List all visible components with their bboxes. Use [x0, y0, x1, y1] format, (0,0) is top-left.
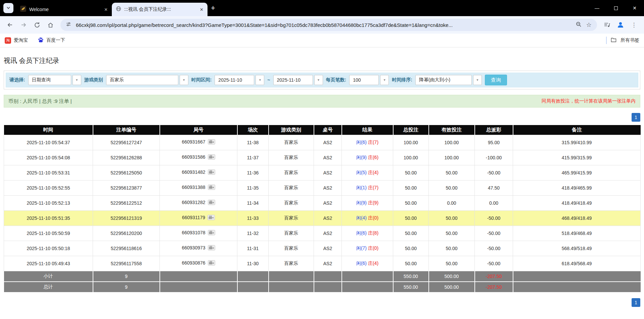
- cell-session: 11-31: [237, 241, 269, 256]
- cell-result: 闲(6) 庄(4): [342, 256, 393, 271]
- tab-betrecord[interactable]: :::视讯 会员下注纪录::: ✕: [112, 3, 208, 16]
- sort-select[interactable]: 降幂(由大到小) ▼: [415, 75, 482, 85]
- chevron-down-icon[interactable]: ▼: [380, 75, 389, 85]
- bookmark-taobao[interactable]: 淘 爱淘宝: [5, 37, 28, 44]
- all-bookmarks-button[interactable]: 所有书签: [620, 37, 639, 43]
- subtotal-label: 小计: [4, 271, 93, 282]
- cell-round-no: 660931388: [160, 180, 237, 195]
- table-row: 2025-11-10 05:53:31522956125050660931482…: [4, 165, 641, 180]
- bookmark-star-icon[interactable]: ☆: [586, 21, 592, 29]
- site-info-icon[interactable]: [66, 22, 71, 28]
- round-no-text: 660930876: [182, 260, 205, 266]
- video-camera-icon[interactable]: [208, 260, 215, 267]
- cell-session: 11-35: [237, 180, 269, 195]
- window-maximize-button[interactable]: [606, 0, 625, 16]
- search-button[interactable]: 查询: [485, 75, 507, 85]
- filter-panel: 请选择: 日期查询 ▼ 游戏类别 百家乐 ▼ 时间区间: 2025-11-10 …: [4, 71, 640, 89]
- home-button[interactable]: [44, 19, 56, 31]
- video-camera-icon[interactable]: [208, 169, 215, 176]
- chevron-down-icon[interactable]: ▼: [256, 75, 264, 85]
- window-close-button[interactable]: ✕: [625, 0, 644, 16]
- cell-total-bet[interactable]: 50.00: [393, 210, 429, 226]
- baidu-paw-icon: [38, 37, 44, 44]
- page-size-select[interactable]: 100 ▼: [349, 75, 389, 85]
- chevron-down-icon[interactable]: ▼: [314, 75, 323, 85]
- cell-round-no: 660931078: [160, 226, 237, 241]
- cell-bet-no: 522956117558: [93, 256, 160, 271]
- summary-currency-count: 币别 : 人民币 | 总共 :9 注单 |: [8, 98, 72, 105]
- cell-payout: -50.00: [475, 241, 513, 256]
- video-camera-icon[interactable]: [208, 245, 215, 251]
- video-camera-icon[interactable]: [208, 154, 215, 161]
- url-bar[interactable]: 66cxkj98.com/ipl/portal.php/game/betreco…: [60, 19, 597, 31]
- cell-note: 568.49/518.49: [513, 241, 641, 256]
- forward-button[interactable]: [17, 19, 30, 31]
- tab-welcome[interactable]: Welcome ✕: [16, 3, 112, 16]
- chevron-down-icon[interactable]: ▼: [180, 75, 188, 85]
- date-from-select[interactable]: 2025-11-10 ▼: [215, 75, 264, 85]
- cell-game-type: 百家乐: [269, 165, 314, 180]
- game-type-select[interactable]: 百家乐 ▼: [106, 75, 188, 85]
- cell-total-bet[interactable]: 50.00: [393, 226, 429, 241]
- result-player: 闲(7): [356, 245, 367, 251]
- result-banker: 庄(4): [368, 170, 378, 175]
- zoom-out-icon[interactable]: [576, 22, 582, 29]
- cell-time: 2025-11-10 05:52:55: [4, 180, 93, 195]
- cell-table-no: AS2: [314, 195, 342, 210]
- table-row: 2025-11-10 05:54:08522956126288660931586…: [4, 150, 641, 165]
- cell-total-bet[interactable]: 50.00: [393, 195, 429, 210]
- cell-round-no: 660930973: [160, 241, 237, 256]
- back-button[interactable]: [4, 19, 16, 31]
- cell-total-bet[interactable]: 100.00: [393, 150, 429, 165]
- cell-game-type: 百家乐: [269, 195, 314, 210]
- result-player: 闲(1): [356, 185, 367, 190]
- col-header-result: 结果: [342, 125, 393, 135]
- menu-kebab-icon[interactable]: ⋮: [628, 19, 640, 31]
- date-range-label: 时间区间:: [191, 77, 212, 83]
- chevron-down-icon[interactable]: ▼: [73, 75, 81, 85]
- total-count: 9: [93, 282, 160, 292]
- cell-total-bet[interactable]: 50.00: [393, 180, 429, 195]
- pagination-top: 1: [4, 113, 640, 122]
- media-controls-icon[interactable]: [601, 19, 613, 31]
- cell-table-no: AS2: [314, 210, 342, 226]
- range-separator: ~: [267, 77, 270, 83]
- round-no-text: 660931388: [182, 185, 205, 190]
- page-title: 视讯 会员下注纪录: [4, 56, 640, 65]
- cell-total-bet[interactable]: 50.00: [393, 165, 429, 180]
- video-camera-icon[interactable]: [208, 200, 215, 206]
- cell-total-bet[interactable]: 100.00: [393, 135, 429, 150]
- bookmark-baidu[interactable]: 百度一下: [38, 37, 65, 44]
- window-minimize-button[interactable]: —: [588, 0, 606, 16]
- result-player: 闲(9): [356, 200, 367, 205]
- date-to-select[interactable]: 2025-11-10 ▼: [273, 75, 323, 85]
- result-banker: 庄(8): [368, 230, 378, 236]
- bet-table-body: 2025-11-10 05:54:37522956127247660931667…: [4, 135, 641, 271]
- video-camera-icon[interactable]: [208, 139, 215, 146]
- chevron-down-icon: [6, 5, 10, 11]
- tab-close-icon[interactable]: ✕: [104, 7, 108, 12]
- tab-close-icon[interactable]: ✕: [200, 7, 203, 12]
- video-camera-icon[interactable]: [208, 215, 215, 221]
- video-camera-icon[interactable]: [208, 230, 215, 236]
- cell-total-bet[interactable]: 50.00: [393, 256, 429, 271]
- sort-label: 时间排序:: [392, 77, 412, 83]
- maximize-icon: [614, 6, 618, 10]
- new-tab-button[interactable]: +: [211, 4, 215, 12]
- cell-game-type: 百家乐: [269, 210, 314, 226]
- page-1-button[interactable]: 1: [632, 113, 640, 122]
- cell-total-bet[interactable]: 50.00: [393, 241, 429, 256]
- total-valid-bet: 500.00: [429, 282, 475, 292]
- subtotal-payout: -207.50: [475, 271, 513, 282]
- query-type-select[interactable]: 日期查询 ▼: [28, 75, 81, 85]
- reload-button[interactable]: [31, 19, 43, 31]
- page-1-button[interactable]: 1: [632, 298, 640, 307]
- chevron-down-icon[interactable]: ▼: [473, 75, 482, 85]
- profile-avatar-icon[interactable]: [614, 19, 627, 31]
- cell-note: 418.49/465.99: [513, 180, 641, 195]
- summary-notice: 同局有效投注，统一计算在该局第一张注单内: [542, 98, 636, 104]
- video-camera-icon[interactable]: [208, 185, 215, 191]
- tab-search-button[interactable]: [3, 3, 13, 13]
- cell-table-no: AS2: [314, 135, 342, 150]
- url-text[interactable]: 66cxkj98.com/ipl/portal.php/game/betreco…: [76, 22, 571, 28]
